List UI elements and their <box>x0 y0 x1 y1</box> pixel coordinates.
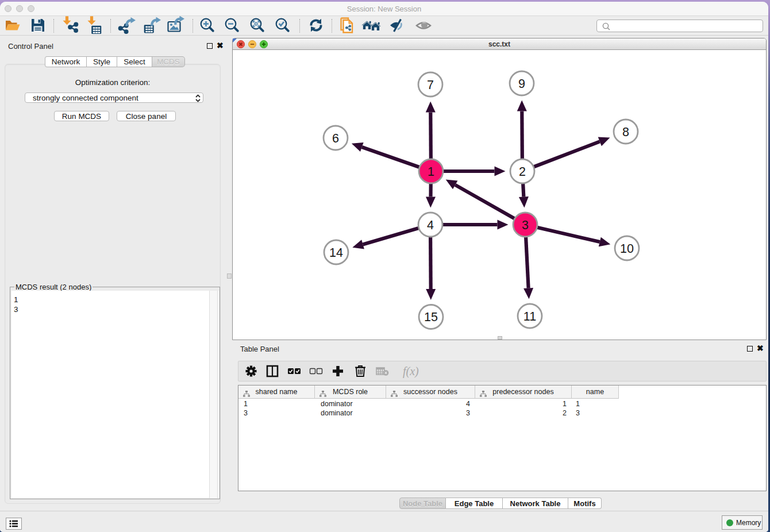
svg-text:15: 15 <box>424 310 438 324</box>
svg-text:3: 3 <box>522 218 529 232</box>
svg-text:4: 4 <box>427 218 434 232</box>
svg-text:10: 10 <box>620 242 634 256</box>
svg-text:2: 2 <box>519 165 526 179</box>
svg-text:9: 9 <box>518 77 525 91</box>
svg-text:1: 1 <box>428 165 434 179</box>
svg-text:8: 8 <box>622 125 629 139</box>
svg-text:11: 11 <box>523 310 536 323</box>
svg-text:14: 14 <box>329 246 343 260</box>
svg-text:6: 6 <box>332 132 339 145</box>
svg-text:f(x): f(x) <box>403 365 419 378</box>
svg-text:7: 7 <box>427 78 434 92</box>
